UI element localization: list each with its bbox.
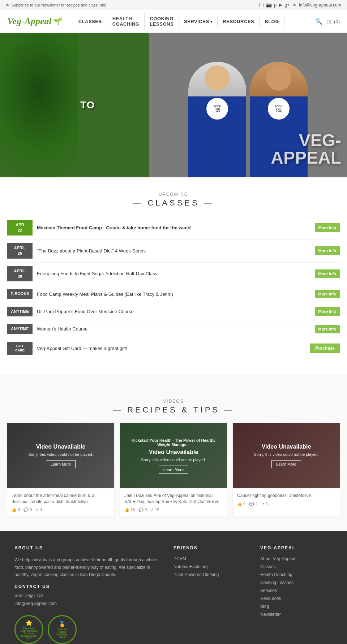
pinterest-icon[interactable]: p	[274, 2, 277, 8]
footer-veg-appeal-title: VEG-APPEAL	[260, 545, 333, 550]
cart-icon[interactable]: 🛒 (0)	[327, 19, 340, 24]
search-icon[interactable]: 🔍	[315, 18, 322, 25]
logo[interactable]: Veg-Appeal 🌱	[7, 16, 62, 27]
footer-contact-city: San Diego, CA	[14, 592, 159, 600]
footer-veg-appeal-col: VEG-APPEAL About Veg-Appeal Classes Heal…	[260, 545, 333, 644]
best-of-badge: 🏅 Best OfVeganSan Diego2016	[48, 615, 77, 644]
footer-link-resources[interactable]: Resources	[260, 596, 333, 601]
likes-2: 👍 16	[124, 507, 135, 512]
expertise-icon: ⭐	[25, 619, 33, 626]
footer-link-health-coaching[interactable]: Health Coaching	[260, 572, 333, 577]
video-card-2: Kickstart Your Health - The Power of Hea…	[120, 423, 227, 517]
class-title-6: Women's Health Course	[37, 326, 310, 332]
class-date-6: ANYTIME	[7, 324, 33, 334]
best-of-icon: 🏅	[59, 621, 66, 627]
video-title-2: Kickstart Your Health - The Power of Hea…	[126, 438, 221, 447]
video-desc-2: Join Tracy and Ami of Veg-Appeal on Nati…	[124, 493, 223, 505]
video-unavailable-sub-1: Sorry, this video could not be played.	[28, 452, 93, 457]
person-1-head	[205, 65, 230, 91]
comments-2: 💬 9	[138, 507, 147, 512]
video-desc-1: Learn about the after-meal calorie burn …	[12, 493, 110, 505]
nav-health-coaching[interactable]: HEALTHCOACHING	[107, 13, 145, 30]
footer-email-link[interactable]: info@veg-appeal.com	[14, 600, 159, 608]
footer-link-blog[interactable]: Blog	[260, 604, 333, 609]
googleplus-icon[interactable]: g+	[284, 2, 290, 8]
class-title-5: Dr. Pam Popper's Food Over Medicine Cour…	[37, 309, 310, 314]
shares-2: ↗ 15	[150, 507, 159, 512]
video-info-2: Join Tracy and Ami of Veg-Appeal on Nati…	[120, 488, 227, 517]
cart-count: (0)	[334, 19, 340, 24]
video-unavailable-title-2: Video Unavailable	[149, 449, 198, 455]
nav-classes[interactable]: CLASSES	[73, 16, 107, 27]
class-date-7: GIFTCARD	[7, 342, 33, 355]
nav-right: 🔍 🛒 (0)	[315, 18, 340, 25]
video-learn-more-btn-2[interactable]: Learn More	[159, 466, 188, 474]
nav-resources[interactable]: RESOURCES	[218, 16, 260, 27]
video-thumb-3: Video Unavailable Sorry, this video coul…	[233, 423, 340, 488]
more-info-btn-4[interactable]: More Info	[315, 290, 340, 298]
video-desc-3: Cancer-fighting goodness! #tastetolive	[237, 493, 335, 499]
shares-1: ↗ 4	[35, 507, 42, 512]
youtube-icon[interactable]: ▶	[279, 2, 282, 8]
twitter-icon[interactable]: t	[262, 2, 264, 8]
newsletter-text: Subscribe to our Newsletter for recipes …	[11, 3, 106, 7]
top-bar-left: ✉ Subscribe to our Newsletter for recipe…	[6, 3, 106, 7]
footer-badges: ⭐ ExpertiseBest Cooking Teachersin San D…	[14, 615, 159, 644]
class-row: ANYTIME Dr. Pam Popper's Food Over Medic…	[7, 303, 340, 320]
email-link[interactable]: info@veg-appeal.com	[299, 3, 341, 8]
footer-link-services[interactable]: Services	[260, 588, 333, 593]
class-title-4: Food Camp Weekly Meal Plans & Guides (Ea…	[37, 291, 310, 297]
person-2-head	[266, 65, 291, 91]
navbar: Veg-Appeal 🌱 CLASSES HEALTHCOACHING COOK…	[0, 10, 347, 33]
class-title-7: Veg-Appeal Gift Card — makes a great gif…	[37, 346, 306, 351]
footer-link-classes[interactable]: Classes	[260, 564, 333, 569]
video-learn-more-btn-3[interactable]: Learn More	[271, 460, 301, 468]
video-unavailable-title-3: Video Unavailable	[262, 444, 311, 450]
footer-friend-pcrm[interactable]: PCRM	[174, 556, 246, 561]
footer-about-col: ABOUT US We help individuals and groups …	[14, 545, 159, 644]
footer-friends-col: FRIENDS PCRM NutritionFacts.org Plant Po…	[174, 545, 246, 644]
hero-banner: WELCOME TO FOODFORLIFE FOODFORLIFE VEG- …	[0, 33, 347, 177]
likes-1: 👍 9	[12, 507, 20, 512]
footer-contact-email: info@veg-appeal.com	[14, 600, 159, 608]
person-1-apron-badge: FOODFORLIFE	[206, 98, 228, 120]
tree-overlay	[0, 33, 78, 177]
class-title-2: "The Buzz about a Plant-Based Diet" 4 We…	[37, 248, 310, 254]
more-info-btn-5[interactable]: More Info	[315, 307, 340, 316]
footer-friend-plant-powered[interactable]: Plant Powered Clothing	[174, 572, 246, 577]
logo-text: Veg-Appeal	[7, 16, 52, 27]
more-info-btn-6[interactable]: More Info	[315, 325, 340, 333]
video-unavailable-sub-3: Sorry, this video could not be played.	[254, 452, 319, 457]
top-bar: ✉ Subscribe to our Newsletter for recipe…	[0, 0, 347, 10]
nav-blog[interactable]: BLOG	[260, 16, 284, 27]
video-learn-more-btn-1[interactable]: Learn More	[46, 460, 76, 468]
footer-link-newsletter[interactable]: Newsletter	[260, 612, 333, 617]
nav-services[interactable]: SERVICES	[179, 16, 218, 27]
purchase-btn[interactable]: Purchase	[310, 343, 340, 353]
footer-friend-nutritionfacts[interactable]: NutritionFacts.org	[174, 564, 246, 569]
video-stats-3: 👍 9 💬 2 ↗ 5	[237, 502, 335, 506]
footer-main: ABOUT US We help individuals and groups …	[0, 531, 347, 644]
footer-link-about[interactable]: About Veg-Appeal	[260, 556, 333, 561]
top-bar-right: f t 📷 p ▶ g+ ✉ info@veg-appeal.com	[259, 2, 341, 8]
envelope-icon: ✉	[6, 3, 9, 7]
facebook-icon[interactable]: f	[259, 2, 261, 8]
hero-left: WELCOME TO	[0, 33, 163, 177]
person-1: FOODFORLIFE	[188, 62, 246, 177]
more-info-btn-3[interactable]: More Info	[315, 269, 340, 278]
video-grid: Video Unavailable Sorry, this video coul…	[7, 423, 340, 517]
class-date-4: E-BOOKS	[7, 289, 33, 299]
class-row: APRIL26 "The Buzz about a Plant-Based Di…	[7, 239, 340, 263]
more-info-btn-2[interactable]: More Info	[315, 246, 340, 255]
instagram-icon[interactable]: 📷	[266, 2, 272, 8]
class-title-1: Mexican Themed Food Camp - Create & take…	[37, 225, 310, 230]
logo-icon: 🌱	[53, 17, 62, 26]
shares-3: ↗ 5	[261, 502, 267, 506]
more-info-btn-1[interactable]: More Info	[315, 223, 340, 232]
nav-cooking-lessons[interactable]: COOKINGLESSONS	[145, 13, 179, 30]
video-info-3: Cancer-fighting goodness! #tastetolive 👍…	[233, 488, 340, 511]
videos-section: VIDEOS RECIPES & TIPS Video Unavailable …	[0, 373, 347, 531]
footer-link-cooking-lessons[interactable]: Cooking Lessons	[260, 580, 333, 585]
class-row: APRIL30 Energizing Foods to Fight Sugar …	[7, 263, 340, 286]
email-icon: ✉	[293, 3, 296, 7]
